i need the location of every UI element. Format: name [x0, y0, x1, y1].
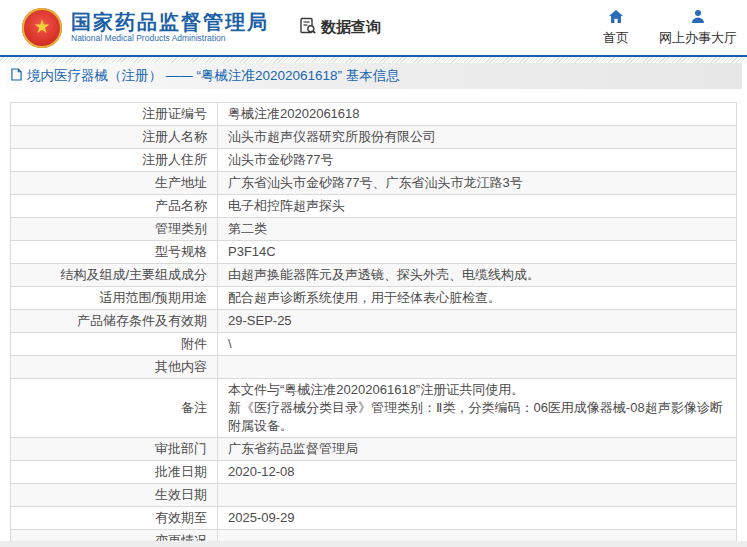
- row-label: 备注: [11, 379, 218, 438]
- page-title: 境内医疗器械（注册） —— “粤械注准20202061618” 基本信息: [27, 67, 400, 85]
- table-row: 注册证编号粤械注准20202061618: [11, 103, 737, 126]
- table-row: 生效日期: [11, 484, 737, 507]
- table-row: 附件\: [11, 333, 737, 356]
- nav-home[interactable]: 首页: [603, 9, 629, 47]
- row-value: 粤械注准20202061618: [218, 103, 737, 126]
- row-value: P3F14C: [218, 241, 737, 264]
- row-value: 由超声换能器阵元及声透镜、探头外壳、电缆线构成。: [218, 264, 737, 287]
- row-value: 汕头市超声仪器研究所股份有限公司: [218, 126, 737, 149]
- table-row: 型号规格P3F14C: [11, 241, 737, 264]
- row-label: 其他内容: [11, 356, 218, 379]
- row-label: 管理类别: [11, 218, 218, 241]
- info-table-body: 注册证编号粤械注准20202061618注册人名称汕头市超声仪器研究所股份有限公…: [11, 103, 737, 547]
- document-icon: [11, 68, 22, 84]
- data-query-label: 数据查询: [321, 18, 381, 37]
- row-value: 本文件与“粤械注准20202061618”注册证共同使用。 新《医疗器械分类目录…: [218, 379, 737, 438]
- row-label: 型号规格: [11, 241, 218, 264]
- row-label: 产品储存条件及有效期: [11, 310, 218, 333]
- table-row: 批准日期2020-12-08: [11, 461, 737, 484]
- table-row: 适用范围/预期用途配合超声诊断系统使用，用于经体表心脏检查。: [11, 287, 737, 310]
- org-name-cn: 国家药品监督管理局: [71, 11, 269, 33]
- org-name-en: National Medical Products Administration: [71, 33, 269, 44]
- row-label: 有效期至: [11, 507, 218, 530]
- emblem-star-icon: ★: [33, 17, 50, 36]
- table-row: 结构及组成/主要组成成分由超声换能器阵元及声透镜、探头外壳、电缆线构成。: [11, 264, 737, 287]
- table-row: 产品储存条件及有效期29-SEP-25: [11, 310, 737, 333]
- doc-search-icon: [299, 17, 317, 38]
- row-label: 附件: [11, 333, 218, 356]
- row-value: 汕头市金砂路77号: [218, 149, 737, 172]
- brand: 国家药品监督管理局 National Medical Products Admi…: [71, 11, 269, 44]
- row-label: 注册人住所: [11, 149, 218, 172]
- table-row: 管理类别第二类: [11, 218, 737, 241]
- row-value: 29-SEP-25: [218, 310, 737, 333]
- page-title-bar: 境内医疗器械（注册） —— “粤械注准20202061618” 基本信息: [5, 63, 742, 89]
- table-row: 其他内容: [11, 356, 737, 379]
- info-table-wrap: 注册证编号粤械注准20202061618注册人名称汕头市超声仪器研究所股份有限公…: [10, 102, 737, 547]
- row-value: 2020-12-08: [218, 461, 737, 484]
- table-row: 注册人名称汕头市超声仪器研究所股份有限公司: [11, 126, 737, 149]
- row-value: [218, 484, 737, 507]
- top-nav: 首页 网上办事大厅: [603, 9, 747, 47]
- person-icon: [690, 9, 706, 27]
- table-row: 有效期至2025-09-29: [11, 507, 737, 530]
- info-table: 注册证编号粤械注准20202061618注册人名称汕头市超声仪器研究所股份有限公…: [10, 102, 737, 547]
- nav-home-label: 首页: [603, 29, 629, 47]
- row-label: 适用范围/预期用途: [11, 287, 218, 310]
- row-label: 审批部门: [11, 438, 218, 461]
- nav-services[interactable]: 网上办事大厅: [659, 9, 737, 47]
- page-footer-strip: [0, 541, 747, 547]
- row-value: 广东省汕头市金砂路77号、广东省汕头市龙江路3号: [218, 172, 737, 195]
- row-label: 注册证编号: [11, 103, 218, 126]
- row-label: 结构及组成/主要组成成分: [11, 264, 218, 287]
- table-row: 注册人住所汕头市金砂路77号: [11, 149, 737, 172]
- nav-services-label: 网上办事大厅: [659, 29, 737, 47]
- row-value: [218, 356, 737, 379]
- row-value: \: [218, 333, 737, 356]
- table-row: 产品名称电子相控阵超声探头: [11, 195, 737, 218]
- table-row: 生产地址广东省汕头市金砂路77号、广东省汕头市龙江路3号: [11, 172, 737, 195]
- data-query-button[interactable]: 数据查询: [299, 17, 381, 38]
- row-label: 注册人名称: [11, 126, 218, 149]
- row-label: 批准日期: [11, 461, 218, 484]
- table-row: 备注本文件与“粤械注准20202061618”注册证共同使用。 新《医疗器械分类…: [11, 379, 737, 438]
- row-label: 产品名称: [11, 195, 218, 218]
- table-row: 审批部门广东省药品监督管理局: [11, 438, 737, 461]
- home-icon: [608, 9, 624, 27]
- row-value: 2025-09-29: [218, 507, 737, 530]
- row-value: 配合超声诊断系统使用，用于经体表心脏检查。: [218, 287, 737, 310]
- row-value: 电子相控阵超声探头: [218, 195, 737, 218]
- nmpa-logo: ★: [22, 8, 62, 48]
- row-label: 生产地址: [11, 172, 218, 195]
- header: ★ 国家药品监督管理局 National Medical Products Ad…: [0, 0, 747, 57]
- row-value: 广东省药品监督管理局: [218, 438, 737, 461]
- row-label: 生效日期: [11, 484, 218, 507]
- row-value: 第二类: [218, 218, 737, 241]
